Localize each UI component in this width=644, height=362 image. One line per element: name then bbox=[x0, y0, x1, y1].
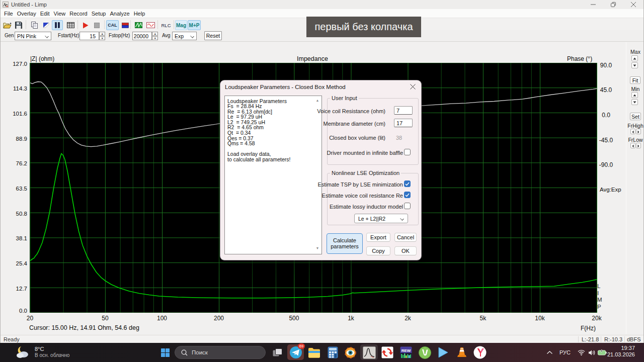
close-button[interactable] bbox=[626, 0, 641, 9]
spin-up-icon[interactable]: ▲ bbox=[152, 32, 158, 36]
app-icon bbox=[3, 2, 9, 8]
lse-check-1-label: Estimate voice coil resistance Re bbox=[235, 193, 403, 199]
system-tray: РУС bbox=[0, 343, 644, 362]
play-button[interactable] bbox=[80, 20, 91, 30]
open-button[interactable] bbox=[2, 20, 13, 30]
status-unit: dBFS bbox=[627, 336, 641, 342]
max-up-button[interactable] bbox=[631, 55, 638, 61]
clock-time[interactable]: 19:37 bbox=[621, 345, 635, 351]
copy-button[interactable] bbox=[29, 20, 40, 30]
mp-label: M+P bbox=[189, 23, 200, 28]
screen: Untitled - Limp File Overlay Edit View R… bbox=[0, 0, 644, 362]
save-icon bbox=[15, 22, 22, 29]
frlow-label: FrLow bbox=[626, 137, 644, 143]
fstart-label: Fstart(Hz) bbox=[58, 33, 79, 38]
copy-button[interactable]: Copy bbox=[366, 246, 390, 255]
fstop-input[interactable]: 20000 bbox=[132, 32, 152, 40]
pause-button[interactable] bbox=[52, 20, 63, 30]
save-button[interactable] bbox=[13, 20, 24, 30]
frhigh-left-button[interactable] bbox=[630, 129, 635, 134]
menu-edit[interactable]: Edit bbox=[38, 11, 52, 17]
frlow-right-button[interactable] bbox=[636, 143, 641, 148]
x-tick: 50 bbox=[95, 315, 115, 322]
scroll-up-icon[interactable]: ▲ bbox=[315, 99, 320, 102]
generator-flag-button[interactable] bbox=[120, 20, 131, 30]
x-tick: 20k bbox=[587, 315, 607, 322]
lse-check-1[interactable] bbox=[404, 192, 411, 198]
calculate-button[interactable]: Calculate parameters bbox=[327, 233, 363, 254]
chevron-down-icon bbox=[191, 35, 194, 37]
menu-file[interactable]: File bbox=[2, 11, 15, 17]
inductor-model-select[interactable]: Le + L2||R2 bbox=[354, 214, 408, 223]
voice-coil-input[interactable]: 7 bbox=[394, 106, 413, 115]
restore-button[interactable] bbox=[606, 0, 621, 9]
overlay-flag-button[interactable] bbox=[40, 20, 51, 30]
y-left-tick: 63.5 bbox=[1, 186, 27, 192]
y-left-tick: 38.1 bbox=[1, 235, 27, 241]
status-left-level: L:-21.8 bbox=[582, 336, 599, 342]
lse-check-0[interactable] bbox=[404, 180, 411, 187]
avg-select[interactable]: Exp bbox=[172, 32, 197, 40]
y-left-tick: 50.8 bbox=[1, 211, 27, 217]
generator-type-select[interactable]: PN Pink bbox=[15, 32, 51, 40]
export-button[interactable]: Export bbox=[366, 233, 390, 242]
rlc-button[interactable]: RLC bbox=[159, 20, 173, 30]
status-bar: Ready L:-21.8 R:-10.3 dBFS bbox=[1, 335, 643, 343]
dialog-close-button[interactable] bbox=[408, 82, 418, 91]
table-button[interactable] bbox=[65, 20, 76, 30]
fstart-spinner[interactable]: ▲ ▼ bbox=[99, 32, 105, 40]
ok-button[interactable]: OK bbox=[394, 246, 417, 255]
language-indicator[interactable]: РУС bbox=[559, 349, 571, 355]
cancel-button[interactable]: Cancel bbox=[394, 233, 417, 242]
stop-button[interactable] bbox=[91, 20, 102, 30]
baffle-checkbox[interactable] bbox=[404, 149, 411, 155]
mag-button[interactable]: Mag bbox=[175, 20, 187, 30]
fit-button[interactable]: Fit bbox=[630, 76, 640, 84]
x-tick: 100 bbox=[152, 315, 172, 322]
reset-button[interactable]: Reset bbox=[204, 31, 222, 40]
open-folder-icon bbox=[3, 22, 12, 29]
fstop-spinner[interactable]: ▲ ▼ bbox=[152, 32, 158, 40]
spin-down-icon[interactable]: ▼ bbox=[152, 36, 158, 40]
x-tick: 200 bbox=[209, 315, 229, 322]
parameters-textbox[interactable]: Loudspeaker Parameters Fs = 28.84 Hz Re … bbox=[224, 96, 322, 254]
menu-setup[interactable]: Setup bbox=[90, 11, 108, 17]
spin-up-icon[interactable]: ▲ bbox=[99, 32, 105, 36]
menu-view[interactable]: View bbox=[52, 11, 68, 17]
battery-charging-icon bbox=[598, 349, 607, 355]
min-up-button[interactable] bbox=[631, 92, 638, 98]
frlow-left-button[interactable] bbox=[630, 143, 635, 148]
menu-record[interactable]: Record bbox=[67, 11, 89, 17]
scroll-down-icon[interactable]: ▼ bbox=[315, 246, 320, 250]
red-blue-flag-icon bbox=[122, 23, 129, 28]
sine-button[interactable] bbox=[145, 20, 156, 30]
spin-down-icon[interactable]: ▼ bbox=[99, 36, 105, 40]
gen-label: Gen bbox=[5, 33, 14, 38]
clock-date[interactable]: 21.03.2026 bbox=[607, 351, 635, 357]
status-separator bbox=[578, 336, 579, 342]
minimize-button[interactable] bbox=[586, 0, 601, 9]
set-button[interactable]: Set bbox=[630, 113, 641, 120]
avg-label: Avg bbox=[162, 33, 170, 38]
max-down-button[interactable] bbox=[631, 62, 638, 68]
menu-help[interactable]: Help bbox=[132, 11, 147, 17]
x-tick: 20 bbox=[20, 315, 40, 322]
lse-check-2[interactable] bbox=[404, 203, 411, 209]
toolbar-separator bbox=[157, 20, 158, 29]
menu-analyze[interactable]: Analyze bbox=[108, 11, 131, 17]
frhigh-right-button[interactable] bbox=[636, 129, 641, 134]
box-volume-label: Closed box volume (lit) bbox=[235, 135, 385, 141]
lse-title: Nonlinear LSE Optimization bbox=[330, 170, 401, 176]
taskbar: 8°C В осн. облачно Поиск bbox=[0, 343, 644, 362]
mag-phase-button[interactable]: M+P bbox=[188, 20, 201, 30]
membrane-input[interactable]: 17 bbox=[394, 119, 413, 127]
spectrum-button[interactable] bbox=[133, 20, 144, 30]
cal-button[interactable]: CAL bbox=[106, 20, 119, 30]
y-right-tick: 90.0 bbox=[598, 62, 614, 69]
y-left-tick: 0.0 bbox=[1, 308, 27, 314]
user-input-title: User Input bbox=[330, 95, 359, 101]
menu-overlay[interactable]: Overlay bbox=[15, 11, 38, 17]
fstart-input[interactable]: 15 bbox=[79, 32, 99, 40]
tray-chevron-button[interactable] bbox=[542, 345, 557, 360]
min-down-button[interactable] bbox=[631, 99, 638, 105]
